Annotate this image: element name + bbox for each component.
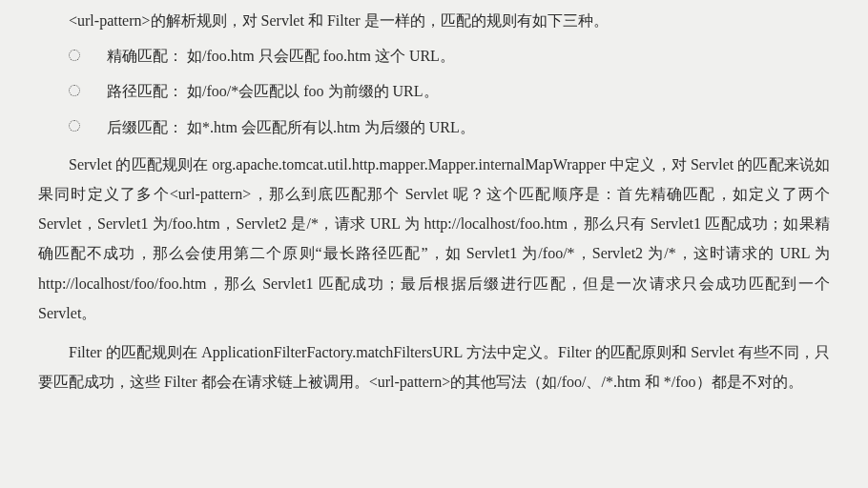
bullet-text: 精确匹配： 如/foo.htm 只会匹配 foo.htm 这个 URL。 [107,48,455,64]
bullet-text: 后缀匹配： 如*.htm 会匹配所有以.htm 为后缀的 URL。 [107,119,475,135]
bullet-icon [69,50,80,61]
list-item: 后缀匹配： 如*.htm 会匹配所有以.htm 为后缀的 URL。 [38,112,830,142]
paragraph-servlet: Servlet 的匹配规则在 org.apache.tomcat.util.ht… [38,150,830,328]
bullet-list: 精确匹配： 如/foo.htm 只会匹配 foo.htm 这个 URL。 路径匹… [38,41,830,142]
bullet-icon [69,85,80,96]
list-item: 精确匹配： 如/foo.htm 只会匹配 foo.htm 这个 URL。 [38,41,830,71]
list-item: 路径匹配： 如/foo/*会匹配以 foo 为前缀的 URL。 [38,76,830,106]
bullet-icon [69,120,80,132]
intro-line: <url-pattern>的解析规则，对 Servlet 和 Filter 是一… [38,6,830,35]
document-page: <url-pattern>的解析规则，对 Servlet 和 Filter 是一… [0,0,868,416]
paragraph-filter: Filter 的匹配规则在 ApplicationFilterFactory.m… [38,337,830,396]
bullet-text: 路径匹配： 如/foo/*会匹配以 foo 为前缀的 URL。 [107,83,439,99]
